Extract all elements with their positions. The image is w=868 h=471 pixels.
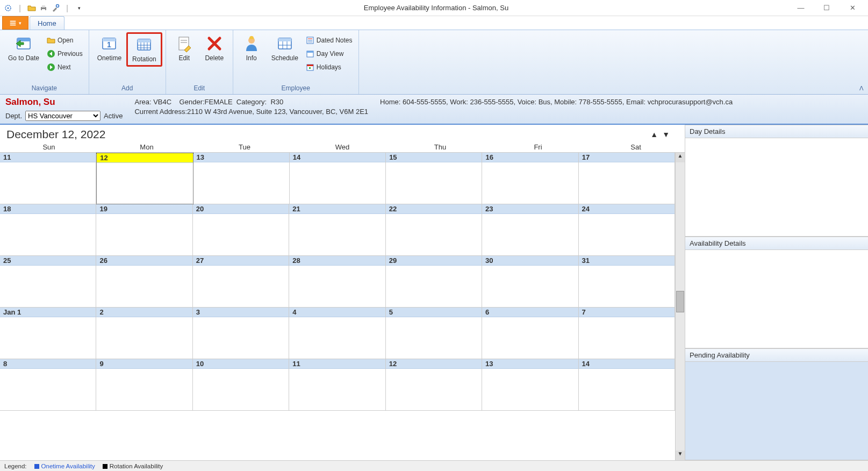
svg-rect-8 bbox=[10, 24, 16, 25]
calendar-day-cell[interactable]: 14 bbox=[579, 359, 675, 411]
dept-select[interactable]: HS Vancouver bbox=[25, 111, 101, 121]
calendar-day-cell[interactable]: 24 bbox=[579, 204, 675, 256]
calendar-day-cell[interactable]: 6 bbox=[482, 308, 578, 359]
calendar-day-number: 11 bbox=[289, 359, 385, 369]
window-buttons: — ☐ ✕ bbox=[788, 2, 865, 15]
print-icon[interactable] bbox=[39, 3, 48, 13]
ribbon-group-label: Add bbox=[92, 83, 162, 93]
calendar-day-cell[interactable]: 12 bbox=[96, 153, 193, 204]
calendar-day-header: SunMonTueWedThuFriSat bbox=[0, 142, 685, 153]
dated-notes-button[interactable]: Dated Notes bbox=[303, 34, 355, 46]
tools-icon[interactable] bbox=[51, 3, 60, 13]
scroll-down-icon[interactable]: ▼ bbox=[676, 451, 685, 460]
calendar-day-cell[interactable]: 13 bbox=[193, 153, 290, 204]
calendar-prev-icon[interactable]: ▲ bbox=[650, 130, 658, 139]
calendar-day-cell[interactable]: 16 bbox=[482, 153, 578, 204]
calendar-day-number: 12 bbox=[97, 153, 192, 163]
calendar-day-cell[interactable]: 3 bbox=[193, 308, 289, 359]
previous-button[interactable]: Previous bbox=[44, 48, 85, 60]
maximize-button[interactable]: ☐ bbox=[814, 2, 839, 15]
calendar-day-cell[interactable]: 11 bbox=[289, 359, 385, 411]
calendar-day-cell[interactable]: 29 bbox=[386, 256, 482, 308]
calendar-day-number: 14 bbox=[290, 153, 385, 162]
calendar-day-name: Sun bbox=[0, 142, 98, 152]
calendar-day-cell[interactable]: 27 bbox=[193, 256, 289, 308]
calendar-day-number: 18 bbox=[0, 204, 96, 214]
folder-open-icon[interactable] bbox=[27, 3, 37, 13]
divider: | bbox=[62, 3, 72, 13]
calendar-day-cell[interactable]: 13 bbox=[482, 359, 578, 411]
calendar-day-cell[interactable]: 15 bbox=[386, 153, 482, 204]
calendar-day-cell[interactable]: 4 bbox=[289, 308, 385, 359]
calendar-day-cell[interactable]: 10 bbox=[193, 359, 289, 411]
file-menu-button[interactable]: ▾ bbox=[2, 16, 28, 30]
calendar-day-cell[interactable]: 12 bbox=[386, 359, 482, 411]
open-button[interactable]: Open bbox=[44, 34, 85, 46]
calendar-day-number: 5 bbox=[386, 308, 482, 317]
svg-rect-4 bbox=[42, 9, 45, 11]
ribbon: Go to Date Open Previous Next Navigate bbox=[0, 30, 868, 95]
ribbon-collapse-icon[interactable]: ᐱ bbox=[859, 85, 864, 92]
calendar-day-number: 10 bbox=[193, 359, 289, 369]
calendar-scrollbar[interactable]: ▲ ▼ bbox=[675, 153, 685, 460]
calendar-day-cell[interactable]: 8 bbox=[0, 359, 96, 411]
calendar-day-cell[interactable]: 5 bbox=[386, 308, 482, 359]
ribbon-group-employee: Info Schedule Dated Notes Day View bbox=[233, 30, 359, 94]
delete-x-icon bbox=[206, 35, 223, 52]
calendar-next-icon[interactable]: ▼ bbox=[662, 130, 670, 139]
legend-label: Legend: bbox=[4, 463, 27, 469]
calendar-day-cell[interactable]: 22 bbox=[386, 204, 482, 256]
svg-rect-39 bbox=[307, 65, 313, 66]
gear-icon[interactable] bbox=[3, 3, 13, 13]
qat-dropdown-icon[interactable]: ▾ bbox=[74, 3, 84, 13]
scroll-thumb[interactable] bbox=[676, 291, 684, 312]
rotation-button[interactable]: Rotation bbox=[126, 32, 162, 67]
onetime-button[interactable]: 1 Onetime bbox=[92, 32, 126, 65]
info-button[interactable]: Info bbox=[236, 32, 267, 65]
calendar-panel: December 12, 2022 ▲ ▼ SunMonTueWedThuFri… bbox=[0, 125, 685, 460]
calendar-day-cell[interactable]: 26 bbox=[96, 256, 192, 308]
day-details-panel: Day Details bbox=[685, 125, 868, 237]
schedule-button[interactable]: Schedule bbox=[267, 32, 303, 65]
calendar-day-cell[interactable]: Jan 1 bbox=[0, 308, 96, 359]
calendar-day-number: 2 bbox=[96, 308, 192, 317]
svg-rect-10 bbox=[17, 38, 30, 41]
calendar-one-icon: 1 bbox=[101, 35, 118, 52]
calendar-day-cell[interactable]: 28 bbox=[289, 256, 385, 308]
calendar-day-cell[interactable]: 23 bbox=[482, 204, 578, 256]
gender-value: FEMALE bbox=[205, 98, 233, 106]
next-button[interactable]: Next bbox=[44, 61, 85, 73]
calendar-day-cell[interactable]: 17 bbox=[579, 153, 675, 204]
delete-button[interactable]: Delete bbox=[199, 32, 229, 65]
day-view-icon bbox=[306, 49, 314, 58]
svg-point-1 bbox=[8, 7, 9, 9]
calendar-week-row: 11121314151617 bbox=[0, 153, 675, 204]
calendar-day-cell[interactable]: 25 bbox=[0, 256, 96, 308]
svg-rect-28 bbox=[278, 38, 291, 41]
calendar-day-cell[interactable]: 11 bbox=[0, 153, 96, 204]
calendar-day-cell[interactable]: 20 bbox=[193, 204, 289, 256]
close-button[interactable]: ✕ bbox=[840, 2, 865, 15]
calendar-day-name: Tue bbox=[196, 142, 293, 152]
calendar-day-cell[interactable]: 19 bbox=[96, 204, 192, 256]
calendar-day-cell[interactable]: 21 bbox=[289, 204, 385, 256]
calendar-day-number: 21 bbox=[289, 204, 385, 214]
tab-home[interactable]: Home bbox=[30, 16, 64, 30]
svg-rect-6 bbox=[10, 20, 16, 22]
day-view-button[interactable]: Day View bbox=[303, 48, 355, 60]
calendar-day-number: 30 bbox=[482, 256, 578, 266]
holidays-button[interactable]: Holidays bbox=[303, 61, 355, 73]
calendar-week-row: Jan 1234567 bbox=[0, 308, 675, 359]
edit-button[interactable]: Edit bbox=[169, 32, 199, 65]
calendar-day-cell[interactable]: 7 bbox=[579, 308, 675, 359]
calendar-day-cell[interactable]: 14 bbox=[290, 153, 386, 204]
minimize-button[interactable]: — bbox=[788, 2, 813, 15]
calendar-day-cell[interactable]: 18 bbox=[0, 204, 96, 256]
calendar-grid-icon bbox=[135, 36, 153, 53]
calendar-day-cell[interactable]: 9 bbox=[96, 359, 192, 411]
calendar-day-cell[interactable]: 2 bbox=[96, 308, 192, 359]
scroll-up-icon[interactable]: ▲ bbox=[676, 153, 685, 162]
calendar-day-cell[interactable]: 31 bbox=[579, 256, 675, 308]
calendar-day-cell[interactable]: 30 bbox=[482, 256, 578, 308]
goto-date-button[interactable]: Go to Date bbox=[3, 32, 44, 65]
